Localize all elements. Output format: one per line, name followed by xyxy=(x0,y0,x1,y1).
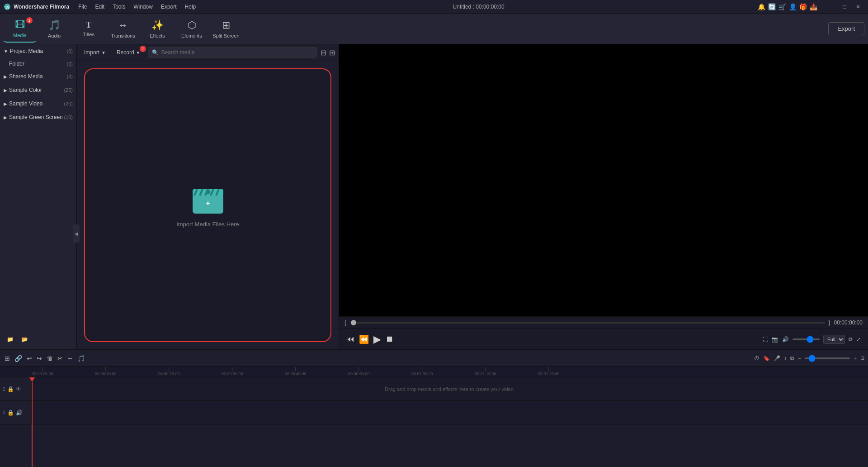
new-project-button[interactable]: 📁 xyxy=(4,333,16,346)
audio-volume-icon[interactable]: 🔊 xyxy=(16,410,23,416)
ruler-mark-7: 00:01:10:00 xyxy=(475,367,496,376)
sidebar-sample-green-screen[interactable]: ▶ Sample Green Screen (10) xyxy=(0,110,76,124)
snapshot-icon[interactable]: 📷 xyxy=(772,336,778,343)
shop-icon[interactable]: 🛒 xyxy=(778,3,786,10)
timeline: ⊞ 🔗 ↩ ↪ 🗑 ✂ ⊢ 🎵 ⏱ 🔖 🎤 ↕ ⧉ − + ⊡ 00:00:00… xyxy=(0,349,868,467)
sidebar-collapse-btn[interactable]: ◀ xyxy=(73,224,77,243)
speed-icon[interactable]: ⏱ xyxy=(754,355,760,362)
sidebar-sample-color-label: Sample Color xyxy=(9,87,42,93)
voice-icon[interactable]: 🎤 xyxy=(774,355,780,362)
transitions-label: Transitions xyxy=(111,33,135,38)
playback-extras: ⛶ 📷 🔊 Full 1/2 1/4 ⧉ ⤢ xyxy=(763,335,861,344)
quality-select[interactable]: Full 1/2 1/4 xyxy=(823,335,845,344)
download-icon[interactable]: 📥 xyxy=(810,3,817,10)
fit-btn[interactable]: ⊡ xyxy=(860,355,864,361)
sidebar-sample-video[interactable]: ▶ Sample Video (20) xyxy=(0,97,76,110)
lock-icon[interactable]: 🔒 xyxy=(7,386,14,392)
open-folder-button[interactable]: 📂 xyxy=(18,333,31,346)
video-track-content-1[interactable]: Drag and drop media and effects here to … xyxy=(32,377,868,400)
audio-icon2[interactable]: 🔊 xyxy=(782,336,789,343)
import-drop-zone[interactable]: Import Media Files Here xyxy=(84,68,331,342)
titles-label: Titles xyxy=(83,32,94,37)
clapperboard-icon xyxy=(190,183,226,215)
zoom-out-btn[interactable]: − xyxy=(798,355,801,362)
svg-point-9 xyxy=(206,190,210,194)
ruler-mark-2: 00:00:20:00 xyxy=(158,367,180,376)
account-icon[interactable]: 👤 xyxy=(789,3,797,10)
filter-icon[interactable]: ⊟ xyxy=(321,48,326,57)
toolbar-elements-btn[interactable]: ⬡ Elements xyxy=(175,15,208,43)
audio-detach-btn[interactable]: 🎵 xyxy=(76,354,86,363)
menu-tools[interactable]: Tools xyxy=(109,3,129,11)
sync-icon[interactable]: 🔄 xyxy=(768,3,776,10)
audio-track-number: 1 xyxy=(3,410,5,415)
maximize-button[interactable]: □ xyxy=(838,2,851,11)
scrub-right-btn[interactable]: } xyxy=(829,319,830,326)
sidebar-sample-color[interactable]: ▶ Sample Color (25) xyxy=(0,83,76,97)
search-input[interactable] xyxy=(161,49,313,56)
scrubber-handle[interactable] xyxy=(351,320,356,325)
preview-scrubber[interactable] xyxy=(350,322,825,324)
delete-btn[interactable]: 🗑 xyxy=(46,354,54,363)
undo-btn[interactable]: ↩ xyxy=(26,354,33,363)
audio-lock-icon[interactable]: 🔒 xyxy=(7,410,14,416)
menu-export[interactable]: Export xyxy=(157,3,180,11)
eye-icon[interactable]: 👁 xyxy=(16,386,21,392)
fullscreen-icon[interactable]: ⛶ xyxy=(763,336,768,343)
search-box: 🔍 xyxy=(148,47,317,58)
grid-view-icon[interactable]: ⊞ xyxy=(329,48,335,57)
mark-icon[interactable]: 🔖 xyxy=(763,355,770,362)
volume-slider[interactable] xyxy=(793,338,820,340)
timeline-tracks: 1 🔒 👁 Drag and drop media and effects he… xyxy=(0,377,868,467)
ruler-mark-8: 00:01:20:00 xyxy=(538,367,560,376)
cut-btn[interactable]: ✂ xyxy=(57,354,64,363)
toolbar-splitscreen-btn[interactable]: ⊞ Split Screen xyxy=(210,15,242,43)
redo-btn[interactable]: ↪ xyxy=(36,354,43,363)
effects-label: Effects xyxy=(150,33,165,38)
menu-file[interactable]: File xyxy=(75,3,90,11)
sidebar-folder-item[interactable]: Folder (0) xyxy=(0,58,76,70)
timeline-toolbar: ⊞ 🔗 ↩ ↪ 🗑 ✂ ⊢ 🎵 ⏱ 🔖 🎤 ↕ ⧉ − + ⊡ xyxy=(0,350,868,367)
toolbar-effects-btn[interactable]: ✨ Effects xyxy=(141,15,174,43)
scrub-left-btn[interactable]: { xyxy=(344,319,346,326)
expand-icon[interactable]: ⤢ xyxy=(856,336,861,343)
minimize-button[interactable]: ─ xyxy=(825,2,837,11)
record-button[interactable]: Record ▼ 2 xyxy=(113,48,144,57)
close-button[interactable]: ✕ xyxy=(852,2,864,11)
link-btn[interactable]: 🔗 xyxy=(14,354,23,363)
add-media-btn[interactable]: ⊞ xyxy=(4,354,11,363)
menu-help[interactable]: Help xyxy=(181,3,200,11)
video-track-1: 1 🔒 👁 Drag and drop media and effects he… xyxy=(0,377,868,401)
toolbar-media-btn[interactable]: 🎞 Media 1 xyxy=(4,15,36,43)
main-toolbar: 🎞 Media 1 🎵 Audio T Titles ↔ Transitions… xyxy=(0,14,868,44)
toolbar-titles-btn[interactable]: T Titles xyxy=(72,15,105,43)
play-btn[interactable]: ▶ xyxy=(373,334,381,345)
step-back-btn[interactable]: ⏪ xyxy=(359,334,369,344)
toolbar-transitions-btn[interactable]: ↔ Transitions xyxy=(107,15,139,43)
ruler-mark-5: 00:00:50:00 xyxy=(348,367,370,376)
sidebar-project-media[interactable]: ▼ Project Media (0) xyxy=(0,44,76,58)
split-view-icon[interactable]: ⧉ xyxy=(790,355,794,362)
stop-btn[interactable]: ⏹ xyxy=(386,334,394,344)
gift-icon[interactable]: 🎁 xyxy=(799,3,807,10)
video-track-label-1: 1 🔒 👁 xyxy=(0,377,32,400)
menu-edit[interactable]: Edit xyxy=(91,3,108,11)
sidebar-folder-label: Folder xyxy=(9,61,24,67)
content-area: ▼ Project Media (0) Folder (0) ▶ Shared … xyxy=(0,44,868,349)
split-btn[interactable]: ⊢ xyxy=(66,354,74,363)
sidebar-shared-media[interactable]: ▶ Shared Media (4) xyxy=(0,70,76,83)
audio-track-content-1[interactable] xyxy=(32,401,868,424)
pip-icon[interactable]: ⧉ xyxy=(849,336,853,343)
notifications-icon[interactable]: 🔔 xyxy=(758,3,765,10)
sidebar-shared-media-label: Shared Media xyxy=(9,73,43,80)
ruler-mark-3: 00:00:30:00 xyxy=(222,367,243,376)
prev-frame-btn[interactable]: ⏮ xyxy=(346,334,354,344)
export-button[interactable]: Export xyxy=(828,22,864,35)
zoom-slider[interactable] xyxy=(805,357,850,359)
zoom-in-btn[interactable]: + xyxy=(854,355,857,362)
toolbar-audio-btn[interactable]: 🎵 Audio xyxy=(38,15,71,43)
import-button[interactable]: Import ▼ xyxy=(80,48,109,57)
preview-video xyxy=(339,44,868,316)
transition-icon[interactable]: ↕ xyxy=(784,355,787,362)
menu-window[interactable]: Window xyxy=(130,3,156,11)
